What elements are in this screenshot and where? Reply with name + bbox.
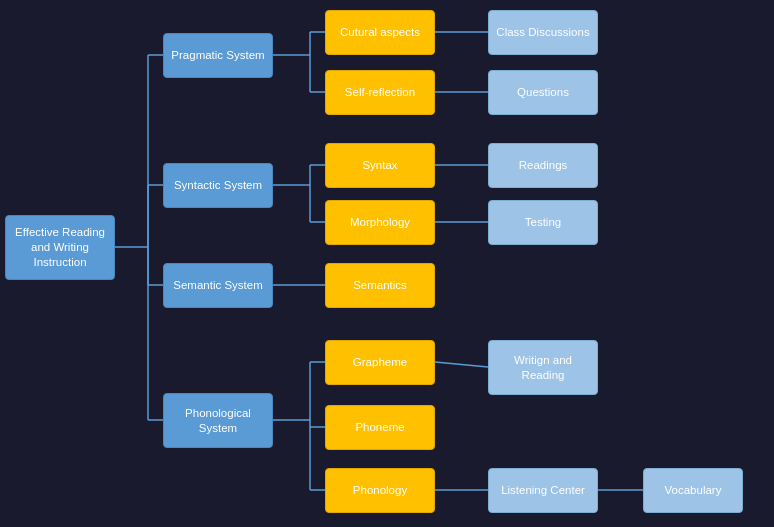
node-testing: Testing [488, 200, 598, 245]
node-semantic: Semantic System [163, 263, 273, 308]
node-writingreading: Writign and Reading [488, 340, 598, 395]
node-readings: Readings [488, 143, 598, 188]
node-questions: Questions [488, 70, 598, 115]
node-grapheme: Grapheme [325, 340, 435, 385]
mindmap-canvas: Effective Reading and Writing Instructio… [0, 0, 774, 527]
node-cultural: Cutural aspects [325, 10, 435, 55]
node-vocabulary: Vocabulary [643, 468, 743, 513]
node-phonology: Phonology [325, 468, 435, 513]
node-syntax: Syntax [325, 143, 435, 188]
node-listeningcenter: Listening Center [488, 468, 598, 513]
node-classdiscussions: Class Discussions [488, 10, 598, 55]
node-syntactic: Syntactic System [163, 163, 273, 208]
node-morphology: Morphology [325, 200, 435, 245]
svg-line-29 [435, 362, 488, 367]
node-root: Effective Reading and Writing Instructio… [5, 215, 115, 280]
node-semantics: Semantics [325, 263, 435, 308]
node-phonological: Phonological System [163, 393, 273, 448]
node-selfreflection: Self-reflection [325, 70, 435, 115]
node-phoneme: Phoneme [325, 405, 435, 450]
node-pragmatic: Pragmatic System [163, 33, 273, 78]
